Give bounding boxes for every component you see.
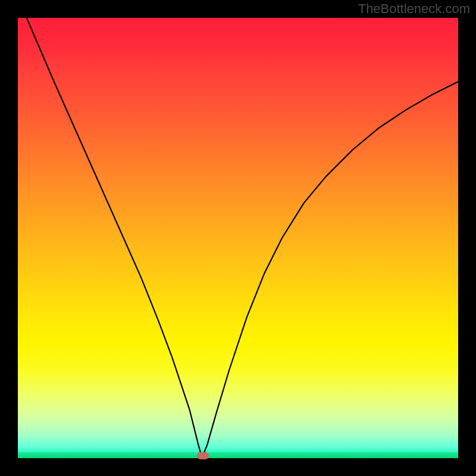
- chart-plot-area: [18, 18, 458, 458]
- watermark-text: TheBottleneck.com: [358, 1, 470, 17]
- optimal-point-marker: [197, 452, 209, 459]
- chart-svg: [18, 18, 458, 458]
- bottleneck-curve-path: [27, 18, 458, 456]
